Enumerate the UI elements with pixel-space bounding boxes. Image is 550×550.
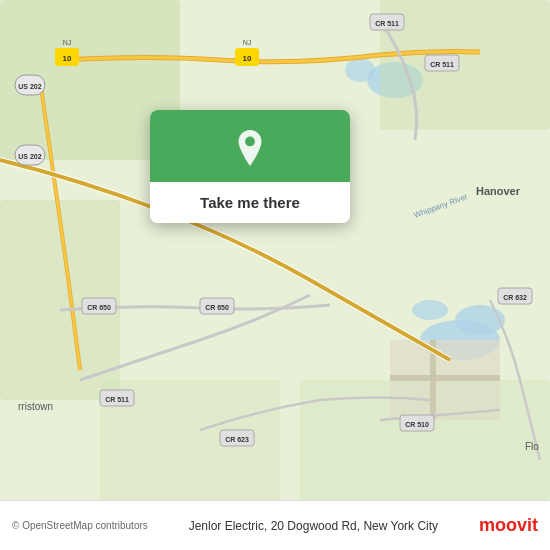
svg-point-3 bbox=[412, 300, 448, 320]
svg-rect-13 bbox=[390, 375, 500, 381]
svg-text:10: 10 bbox=[63, 54, 72, 63]
svg-text:US 202: US 202 bbox=[18, 83, 41, 90]
take-me-there-button[interactable]: Take me there bbox=[150, 182, 350, 223]
attribution-text: © OpenStreetMap contributors bbox=[12, 520, 148, 531]
address-text: Jenlor Electric, 20 Dogwood Rd, New York… bbox=[148, 519, 479, 533]
svg-text:CR 511: CR 511 bbox=[375, 20, 399, 27]
svg-point-2 bbox=[455, 305, 505, 335]
svg-text:10: 10 bbox=[243, 54, 252, 63]
svg-text:NJ: NJ bbox=[243, 39, 252, 46]
svg-text:rristown: rristown bbox=[18, 401, 53, 412]
map-background: 10 NJ 10 NJ US 202 US 202 CR 511 CR 511 … bbox=[0, 0, 550, 500]
bottom-bar: © OpenStreetMap contributors Jenlor Elec… bbox=[0, 500, 550, 550]
svg-text:CR 511: CR 511 bbox=[105, 396, 129, 403]
map-container: 10 NJ 10 NJ US 202 US 202 CR 511 CR 511 … bbox=[0, 0, 550, 500]
moovit-brand-text: moovit bbox=[479, 515, 538, 536]
svg-text:US 202: US 202 bbox=[18, 153, 41, 160]
svg-text:CR 511: CR 511 bbox=[430, 61, 454, 68]
svg-text:CR 623: CR 623 bbox=[225, 436, 249, 443]
svg-point-45 bbox=[245, 137, 255, 147]
svg-text:CR 632: CR 632 bbox=[503, 294, 527, 301]
svg-text:CR 650: CR 650 bbox=[87, 304, 111, 311]
svg-text:Hanover: Hanover bbox=[476, 185, 521, 197]
svg-text:CR 510: CR 510 bbox=[405, 421, 429, 428]
location-popup: Take me there bbox=[150, 110, 350, 223]
svg-text:NJ: NJ bbox=[63, 39, 72, 46]
moovit-logo: moovit bbox=[479, 515, 538, 536]
svg-text:Flo: Flo bbox=[525, 441, 539, 452]
svg-point-5 bbox=[345, 58, 375, 82]
popup-header bbox=[150, 110, 350, 182]
svg-text:CR 650: CR 650 bbox=[205, 304, 229, 311]
location-pin-icon bbox=[232, 130, 268, 166]
